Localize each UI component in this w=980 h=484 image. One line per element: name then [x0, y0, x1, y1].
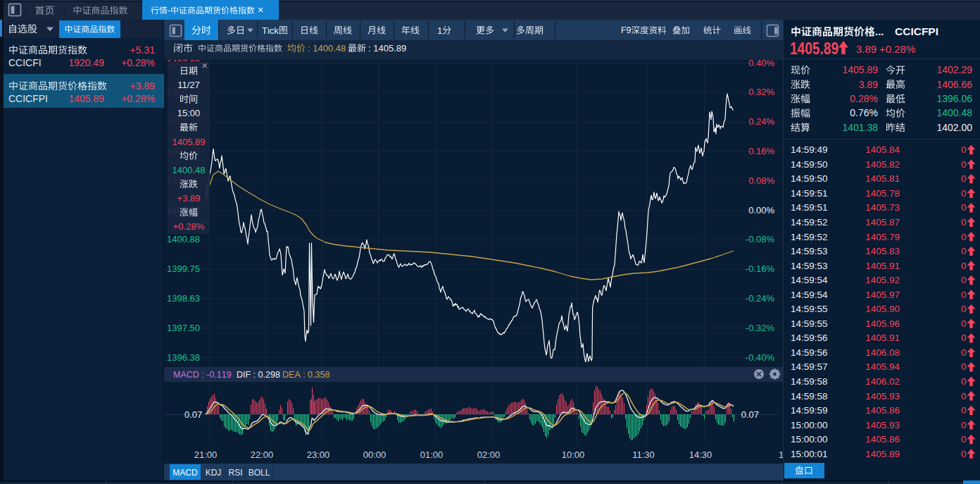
svg-text:E: E — [289, 370, 294, 380]
svg-text:14:59:53: 14:59:53 — [791, 246, 828, 256]
svg-text:1405.78: 1405.78 — [865, 188, 900, 199]
svg-text:1405.82: 1405.82 — [865, 159, 900, 170]
svg-text:0: 0 — [961, 144, 967, 155]
svg-text:: 1405.89: : 1405.89 — [368, 43, 406, 54]
svg-text:0: 0 — [308, 370, 313, 380]
svg-text:0: 0 — [961, 290, 967, 300]
svg-text:1396.38: 1396.38 — [167, 352, 200, 363]
svg-text:01:00: 01:00 — [420, 449, 444, 460]
svg-text:...: ... — [875, 25, 884, 37]
svg-text:0: 0 — [961, 261, 967, 271]
svg-text:8: 8 — [325, 370, 329, 380]
svg-text::: : — [253, 370, 256, 380]
svg-text:0: 0 — [961, 420, 967, 430]
svg-text:14:59:55: 14:59:55 — [791, 304, 828, 314]
svg-text:0.28%: 0.28% — [850, 93, 878, 104]
svg-text:14:59:54: 14:59:54 — [791, 275, 828, 285]
svg-text:21:00: 21:00 — [194, 449, 218, 460]
svg-text:+5.31: +5.31 — [130, 44, 156, 56]
svg-text:0: 0 — [961, 318, 967, 329]
svg-text:C: C — [187, 370, 193, 380]
svg-text:+0.28%: +0.28% — [121, 93, 155, 104]
svg-text:×: × — [258, 4, 263, 15]
svg-text:14:59:50: 14:59:50 — [791, 159, 828, 170]
svg-text:1405.93: 1405.93 — [865, 420, 900, 430]
svg-text:1: 1 — [217, 370, 222, 380]
svg-text:1400.48: 1400.48 — [936, 107, 972, 118]
svg-text:1405.86: 1405.86 — [865, 405, 900, 416]
svg-text:1399.75: 1399.75 — [167, 263, 200, 274]
svg-text:CCICFPI: CCICFPI — [895, 25, 938, 37]
svg-text:9: 9 — [270, 370, 275, 380]
svg-text:+0.28%: +0.28% — [879, 43, 915, 55]
svg-text:1405.96: 1405.96 — [865, 318, 900, 329]
svg-text:0.40%: 0.40% — [748, 58, 774, 68]
svg-text:1405.87: 1405.87 — [865, 217, 900, 228]
svg-text::: : — [303, 370, 305, 380]
svg-text:9: 9 — [227, 370, 232, 380]
svg-text:0.76%: 0.76% — [850, 107, 878, 118]
svg-text:CCICFPI: CCICFPI — [8, 93, 48, 104]
svg-text:0: 0 — [961, 449, 967, 459]
svg-text:1400.48: 1400.48 — [172, 165, 206, 175]
svg-text:-: - — [168, 6, 170, 15]
svg-text:1405.89: 1405.89 — [68, 93, 104, 104]
svg-text:9: 9 — [627, 25, 632, 35]
svg-text:14:59:52: 14:59:52 — [791, 217, 828, 228]
svg-text:14:59:49: 14:59:49 — [791, 144, 828, 155]
svg-text:14:59:56: 14:59:56 — [791, 347, 828, 358]
svg-text:14:59:52: 14:59:52 — [791, 232, 828, 242]
svg-text:A: A — [294, 370, 301, 380]
svg-text:D: D — [193, 370, 199, 380]
svg-text:0: 0 — [961, 232, 967, 242]
svg-text:8: 8 — [275, 370, 280, 380]
svg-text:×: × — [201, 59, 208, 71]
svg-text:0.00%: 0.00% — [748, 205, 774, 216]
svg-text:14:59:54: 14:59:54 — [791, 290, 828, 300]
svg-text:00:00: 00:00 — [363, 449, 387, 460]
svg-text:1405.84: 1405.84 — [865, 144, 900, 155]
svg-text:BOLL: BOLL — [249, 468, 270, 478]
svg-text:14:59:51: 14:59:51 — [791, 188, 828, 199]
svg-text:14:30: 14:30 — [689, 449, 712, 460]
svg-text:1402.00: 1402.00 — [936, 122, 972, 133]
svg-text:间: 间 — [189, 94, 198, 104]
svg-text:0: 0 — [961, 246, 967, 256]
svg-text:02:00: 02:00 — [477, 449, 501, 460]
svg-text:CCICFI: CCICFI — [8, 57, 42, 68]
svg-text:+0.28%: +0.28% — [173, 221, 205, 232]
svg-text:3.89: 3.89 — [856, 43, 877, 55]
svg-text:0.32%: 0.32% — [748, 87, 774, 97]
svg-text:1405.90: 1405.90 — [865, 304, 900, 314]
svg-text:1405.81: 1405.81 — [865, 173, 900, 184]
svg-text:1: 1 — [437, 25, 442, 36]
svg-text:0: 0 — [961, 188, 967, 199]
svg-text:0: 0 — [961, 434, 967, 445]
svg-text:23:00: 23:00 — [307, 449, 330, 460]
svg-text:1405.79: 1405.79 — [865, 232, 900, 242]
svg-text:14:59:51: 14:59:51 — [791, 202, 828, 213]
svg-text:0: 0 — [961, 347, 967, 358]
svg-text:1405.94: 1405.94 — [865, 361, 900, 372]
svg-text:15:00: 15:00 — [177, 108, 201, 118]
svg-text:11/27: 11/27 — [177, 80, 200, 90]
svg-text:14:59:55: 14:59:55 — [791, 318, 828, 329]
svg-text:F: F — [246, 370, 251, 380]
svg-text:0: 0 — [961, 376, 967, 387]
svg-text:0: 0 — [961, 202, 967, 213]
svg-text:MACD: MACD — [172, 468, 198, 478]
svg-text:RSI: RSI — [228, 468, 242, 478]
svg-text:M: M — [173, 370, 180, 380]
svg-text:0: 0 — [961, 361, 967, 372]
svg-text:1405.89: 1405.89 — [842, 64, 878, 75]
svg-text:1405.89: 1405.89 — [172, 137, 206, 147]
svg-text:1405.73: 1405.73 — [865, 202, 900, 213]
svg-text:14:59:57: 14:59:57 — [791, 361, 828, 372]
svg-text:T: T — [262, 25, 268, 36]
svg-text:0: 0 — [961, 333, 967, 343]
svg-text:KDJ: KDJ — [206, 468, 222, 478]
svg-text:1405.91: 1405.91 — [865, 333, 900, 343]
svg-text:1405.93: 1405.93 — [865, 391, 900, 402]
svg-text:0: 0 — [961, 405, 967, 416]
svg-text:0: 0 — [961, 173, 967, 184]
